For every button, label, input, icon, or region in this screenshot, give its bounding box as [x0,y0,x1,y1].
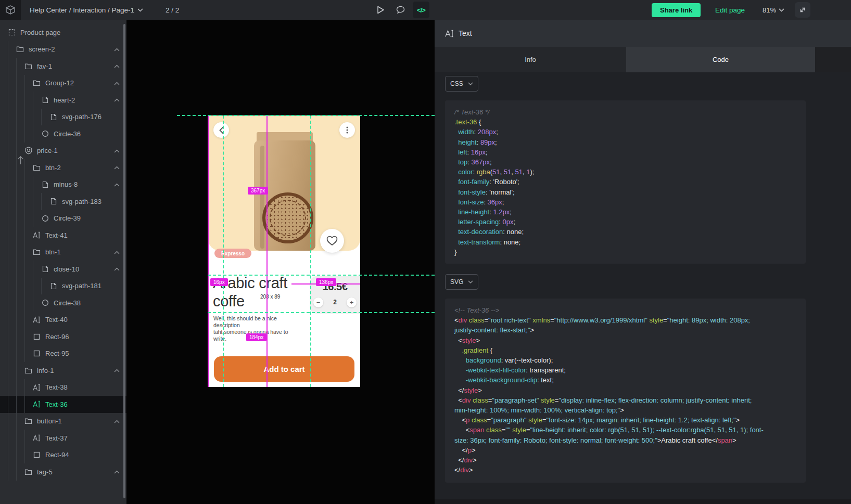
heart-icon [326,236,338,246]
inspector-title: Text [459,29,472,37]
layer-row-circle-38[interactable]: Circle-38 [0,294,126,312]
text-layer-icon [33,400,41,408]
circle-layer-icon [41,214,49,222]
increase-quantity-button[interactable]: + [347,298,357,307]
indent-guide [24,193,33,210]
layer-row-button-1[interactable]: button-1 [0,413,126,430]
coffee-bag-illustration [260,146,264,249]
layer-label: screen-2 [29,45,55,53]
indent-guide [8,328,16,345]
layer-row-circle-39[interactable]: Circle-39 [0,210,126,227]
play-button[interactable] [372,0,389,20]
favorite-button[interactable] [320,229,344,253]
guide-vertical-left [223,115,224,387]
indent-guide [41,193,49,210]
layer-row-btn-1[interactable]: btn-1 [0,244,126,261]
collapse-caret-icon[interactable] [113,80,120,87]
layer-row-rect-95[interactable]: Rect-95 [0,345,126,363]
indent-guide [8,176,16,193]
collapse-caret-icon[interactable] [113,266,120,273]
indent-guide [8,109,16,126]
layer-row-text-40[interactable]: Text-40 [0,312,126,329]
svg-layer-icon [49,198,57,205]
tab-code[interactable]: Code [626,47,815,72]
layer-row-info-1[interactable]: info-1 [0,362,126,379]
decrease-quantity-button[interactable]: − [313,298,323,307]
layer-row-svg-path-176[interactable]: svg-path-176 [0,109,126,126]
collapse-caret-icon[interactable] [113,164,120,171]
code-line: font-family: 'Roboto'; [454,177,806,187]
indent-guide [8,396,16,413]
indent-guide [8,92,16,109]
layer-row-close-10[interactable]: close-10 [0,261,126,278]
breadcrumb[interactable]: Help Center / Interaction / Page-1 [30,0,143,20]
indent-guide [8,125,16,143]
share-link-button[interactable]: Share link [652,3,701,17]
indent-guide [33,193,41,210]
layer-row-heart-2[interactable]: heart-2 [0,92,126,109]
layer-row-screen-2[interactable]: screen-2 [0,41,126,58]
indent-guide [33,176,41,193]
collapse-caret-icon[interactable] [113,249,120,256]
layer-label: Circle-36 [54,130,81,138]
layer-row-svg-path-183[interactable]: svg-path-183 [0,193,126,210]
edit-page-link[interactable]: Edit page [715,0,745,20]
layer-label: Rect-95 [45,350,69,357]
svg-layer-icon [49,282,57,290]
layer-row-text-38[interactable]: Text-38 [0,379,126,396]
collapse-caret-icon[interactable] [113,469,120,475]
indent-guide [24,294,33,312]
layer-label: Product page [20,29,60,36]
layer-row-minus-8[interactable]: minus-8 [0,176,126,193]
indent-guide [33,210,41,227]
collapse-caret-icon[interactable] [113,97,120,104]
sidebar-scrollbar[interactable] [123,24,125,498]
code-line: <style> [454,335,806,345]
layer-label: fav-1 [37,62,52,70]
layer-row-group-12[interactable]: Group-12 [0,75,126,92]
layer-row-tag-5[interactable]: tag-5 [0,463,126,481]
collapse-caret-icon[interactable] [113,148,120,154]
svg-format-dropdown[interactable]: SVG [445,274,478,290]
collapse-caret-icon[interactable] [113,46,120,53]
more-options-button[interactable] [339,122,355,138]
fullscreen-button[interactable] [795,2,810,18]
layer-row-text-37[interactable]: Text-37 [0,430,126,447]
layer-row-text-36[interactable]: Text-36 [0,396,126,413]
indent-guide [24,125,33,143]
layer-row-product page[interactable]: Product page [0,24,126,41]
code-line: <p class="paragraph" style="font-size: 1… [454,415,806,425]
folder-layer-icon [33,164,41,172]
layer-row-circle-36[interactable]: Circle-36 [0,125,126,143]
indent-guide [8,159,16,176]
category-tag[interactable]: Expresso [214,249,251,258]
code-view-button[interactable]: </> [413,2,429,18]
collapse-caret-icon[interactable] [113,63,120,70]
layer-row-fav-1[interactable]: fav-1 [0,58,126,75]
add-to-cart-button[interactable]: Add to cart [214,356,354,382]
collapse-caret-icon[interactable] [113,367,120,374]
code-line: } [454,247,806,257]
indent-guide [8,261,16,278]
zoom-selector[interactable]: 81% [763,0,784,20]
tab-info[interactable]: Info [435,47,626,72]
layer-row-svg-path-181[interactable]: svg-path-181 [0,278,126,295]
collapse-caret-icon[interactable] [113,418,120,425]
collapse-caret-icon[interactable] [113,182,120,188]
indent-guide [16,75,24,92]
measure-vertical-line [266,115,268,387]
layer-row-text-41[interactable]: Text-41 [0,227,126,244]
quantity-stepper: − 2 + [313,297,357,307]
indent-guide [33,92,41,109]
indent-guide [16,345,24,363]
app-logo[interactable] [0,0,21,20]
css-format-dropdown[interactable]: CSS [445,76,478,92]
layer-row-rect-96[interactable]: Rect-96 [0,328,126,345]
layer-row-rect-94[interactable]: Rect-94 [0,447,126,464]
layer-label: Group-12 [45,79,74,87]
layer-label: svg-path-181 [62,282,101,290]
rect-layer-icon [33,451,41,459]
comment-button[interactable] [391,0,409,20]
back-button[interactable] [213,122,229,138]
indent-guide [33,278,41,295]
